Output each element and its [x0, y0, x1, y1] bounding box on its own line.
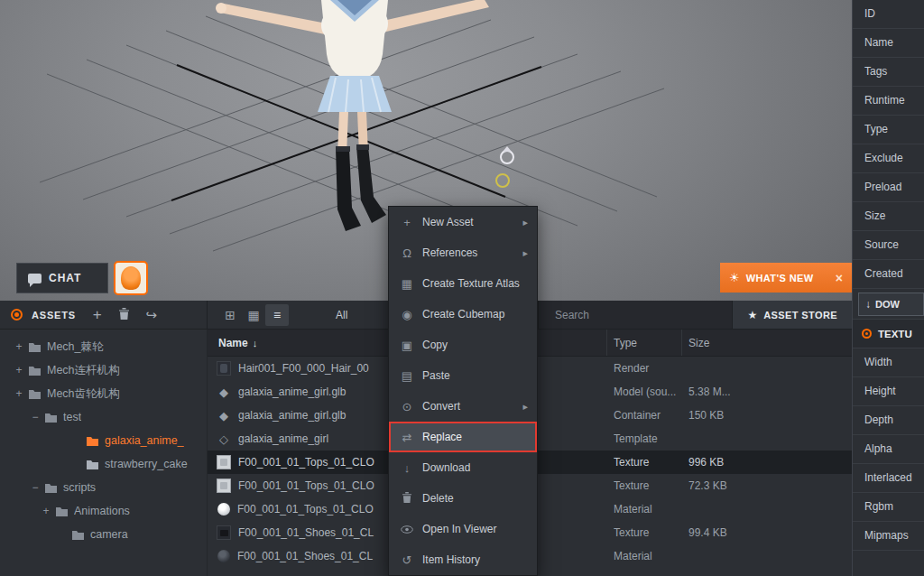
chat-icon — [28, 274, 42, 283]
tree-item-label: scripts — [63, 481, 96, 494]
texture-section-header[interactable]: TEXTU — [853, 320, 924, 348]
trash-icon — [119, 308, 129, 320]
menu-item-label: Paste — [422, 369, 528, 382]
menu-item-label: References — [422, 246, 522, 259]
folder-icon — [29, 389, 41, 399]
view-list-button[interactable]: ≡ — [265, 304, 289, 326]
tree-item-label: galaxia_anime_ — [105, 434, 184, 447]
cubemap-icon: ◉ — [400, 308, 414, 321]
expander-icon[interactable]: + — [40, 505, 52, 517]
menu-item-references[interactable]: Ω References ▸ — [389, 237, 537, 268]
tree-item-test[interactable]: − test — [0, 405, 207, 429]
menu-item-paste[interactable]: ▤ Paste — [389, 360, 537, 391]
download-icon: ↓ — [400, 461, 414, 475]
view-grid-small-button[interactable]: ⊞ — [218, 304, 242, 326]
menu-item-label: Create Texture Atlas — [422, 277, 528, 290]
delete-asset-button[interactable] — [116, 308, 134, 321]
expander-icon[interactable]: − — [29, 411, 42, 423]
menu-item-replace[interactable]: ⇄ Replace — [389, 422, 537, 452]
assets-header: ASSETS + ↪ — [0, 301, 208, 329]
download-button[interactable]: ↓ DOW — [858, 293, 924, 316]
tree-item-galaxia-anime[interactable]: galaxia_anime_ — [0, 429, 207, 452]
convert-icon: ⊙ — [400, 400, 414, 413]
history-icon: ↺ — [400, 553, 414, 567]
context-menu: + New Asset ▸ Ω References ▸ ▦ Create Te… — [388, 206, 538, 576]
add-asset-button[interactable]: + — [88, 307, 106, 322]
texture-section-title: TEXTU — [878, 329, 912, 339]
tree-item-strawberry-cake[interactable]: strawberry_cake — [0, 452, 207, 476]
close-icon[interactable]: × — [836, 271, 843, 285]
expander-icon[interactable]: − — [29, 481, 42, 494]
inspector-field-alpha: Alpha — [853, 435, 924, 464]
menu-item-convert[interactable]: ⊙ Convert ▸ — [389, 391, 537, 422]
inspector-field-created: Created — [853, 260, 924, 289]
star-icon: ★ — [747, 309, 757, 321]
texture-section-icon — [862, 329, 872, 339]
menu-item-open-in-viewer[interactable]: Open In Viewer — [389, 514, 537, 544]
assets-logo-icon — [11, 309, 23, 321]
column-header-name[interactable]: Name — [218, 337, 248, 349]
reparent-button[interactable]: ↪ — [143, 308, 161, 321]
column-header-type[interactable]: Type — [614, 337, 637, 349]
inspector-field-id: ID — [853, 0, 924, 29]
menu-item-download[interactable]: ↓ Download — [389, 452, 537, 483]
eye-icon — [400, 523, 414, 536]
tree-item-animations[interactable]: + Animations — [0, 499, 207, 523]
inspector-field-depth: Depth — [853, 406, 924, 435]
chevron-right-icon: ▸ — [522, 217, 528, 228]
tree-item-mech-chilun[interactable]: + Mech齿轮机构 — [0, 382, 207, 405]
column-header-size[interactable]: Size — [688, 337, 709, 349]
texture-thumbnail-icon — [217, 525, 231, 540]
tree-item-mech-jilun[interactable]: + Mech_棘轮 — [0, 335, 207, 358]
user-avatar[interactable] — [114, 261, 148, 295]
inspector-field-runtime: Runtime — [853, 87, 924, 116]
inspector-field-rgbm: Rgbm — [853, 493, 924, 522]
tree-item-label: Mech齿轮机构 — [47, 386, 120, 402]
folder-icon — [87, 436, 98, 446]
expander-icon[interactable]: + — [13, 364, 25, 376]
menu-item-create-texture-atlas[interactable]: ▦ Create Texture Atlas — [389, 268, 537, 299]
download-icon: ↓ — [865, 298, 871, 311]
references-icon: Ω — [400, 246, 414, 260]
tree-item-camera[interactable]: camera — [0, 523, 207, 546]
asset-type: Material — [614, 503, 684, 516]
folder-icon — [56, 506, 68, 516]
view-grid-large-button[interactable]: ▦ — [242, 304, 265, 326]
menu-item-copy[interactable]: ▣ Copy — [389, 330, 537, 360]
inspector-field-mipmaps: Mipmaps — [853, 522, 924, 551]
menu-item-label: Download — [422, 461, 528, 474]
asset-store-button[interactable]: ★ ASSET STORE — [732, 301, 852, 329]
tree-item-scripts[interactable]: − scripts — [0, 476, 207, 499]
menu-item-label: Convert — [422, 400, 522, 413]
search-input[interactable] — [539, 309, 732, 321]
tree-item-label: Mech连杆机构 — [47, 363, 120, 378]
expander-icon[interactable]: + — [13, 340, 25, 353]
menu-item-item-history[interactable]: ↺ Item History — [389, 544, 537, 575]
asset-size: 996 KB — [688, 456, 724, 469]
asset-size: 72.3 KB — [688, 479, 727, 492]
asset-size: 150 KB — [688, 409, 724, 422]
expander-icon[interactable]: + — [13, 387, 25, 400]
asset-type: Render — [614, 362, 684, 375]
sort-down-icon: ↓ — [253, 338, 258, 348]
whats-new-button[interactable]: ☀ WHAT'S NEW × — [720, 263, 852, 293]
asset-type: Material — [614, 550, 684, 562]
menu-item-create-cubemap[interactable]: ◉ Create Cubemap — [389, 299, 537, 330]
folder-icon — [29, 366, 41, 376]
inspector-field-width: Width — [853, 348, 924, 377]
menu-item-delete[interactable]: Delete — [389, 483, 537, 514]
inspector-field-name: Name — [853, 29, 924, 58]
tree-item-mech-liangan[interactable]: + Mech连杆机构 — [0, 358, 207, 382]
inspector-field-size: Size — [853, 202, 924, 231]
filter-all-tab[interactable]: All — [336, 309, 347, 321]
inspector-field-preload: Preload — [853, 173, 924, 202]
asset-store-label: ASSET STORE — [763, 310, 837, 321]
texture-atlas-icon: ▦ — [400, 277, 414, 291]
menu-item-new-asset[interactable]: + New Asset ▸ — [389, 207, 537, 237]
asset-type: Template — [614, 432, 684, 445]
tree-item-label: test — [63, 411, 81, 423]
tree-item-label: strawberry_cake — [105, 458, 188, 470]
chat-button[interactable]: CHAT — [16, 263, 108, 293]
chevron-right-icon: ▸ — [522, 247, 528, 259]
inspector-field-source: Source — [853, 231, 924, 260]
